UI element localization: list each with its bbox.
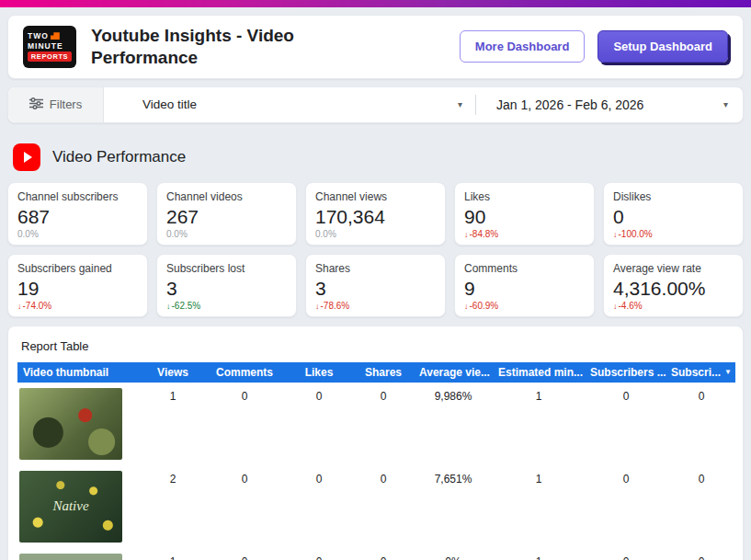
kpi-delta: -100.0% [619, 229, 653, 239]
kpi-delta: -4.6% [619, 301, 643, 311]
kpi-delta: -62.5% [172, 301, 201, 311]
col-subscribers-a[interactable]: Subscribers ... [585, 362, 667, 383]
chevron-down-icon[interactable]: ▾ [723, 99, 728, 109]
thumbnail-title-text: Native [52, 498, 88, 514]
kpi-subscribers-gained: Subscribers gained 19 -74.0% [7, 254, 148, 317]
kpi-delta: 0.0% [166, 229, 188, 239]
kpi-label: Comments [464, 262, 585, 275]
col-views[interactable]: Views [142, 362, 204, 383]
cell-average-view: 0% [414, 548, 493, 560]
cell-subscribers-b: 0 [667, 465, 735, 548]
col-average-view[interactable]: Average vie... [414, 362, 493, 383]
cell-estimated-min: 1 [493, 465, 585, 548]
kpi-label: Average view rate [613, 262, 734, 275]
kpi-value: 687 [17, 206, 138, 228]
cell-comments: 0 [204, 465, 285, 548]
kpi-channel-subscribers: Channel subscribers 687 0.0% [7, 182, 148, 246]
down-arrow-icon [464, 229, 469, 239]
chevron-down-icon[interactable]: ▾ [458, 99, 462, 109]
cell-subscribers-a: 0 [585, 465, 667, 548]
cell-subscribers-a: 0 [585, 548, 667, 560]
logo-text-top: TWO [28, 31, 49, 40]
kpi-label: Channel views [315, 190, 436, 203]
report-table: Video thumbnail Views Comments Likes Sha… [17, 362, 735, 560]
kpi-label: Shares [315, 262, 436, 275]
cell-estimated-min: 1 [493, 548, 585, 560]
kpi-value: 3 [166, 278, 287, 300]
report-table-title: Report Table [21, 339, 734, 353]
kpi-delta: -60.9% [470, 301, 499, 311]
cell-likes: 0 [285, 465, 353, 548]
down-arrow-icon [464, 301, 469, 311]
kpi-delta: 0.0% [17, 229, 39, 239]
report-table-card: Report Table Video thumbnail Views Comme… [7, 326, 744, 560]
kpi-label: Likes [464, 190, 585, 203]
cell-comments: 0 [204, 383, 285, 465]
filters-label: Filters [50, 97, 82, 111]
col-video-thumbnail[interactable]: Video thumbnail [17, 362, 142, 383]
kpi-dislikes: Dislikes 0 -100.0% [603, 182, 744, 246]
table-row: 1 0 0 0 0% 1 0 0 [17, 548, 735, 560]
kpi-label: Dislikes [613, 190, 734, 203]
kpi-delta: -84.8% [470, 229, 499, 239]
video-title-dropdown[interactable]: Video title ▾ [104, 87, 475, 122]
video-thumbnail[interactable] [19, 554, 122, 560]
setup-dashboard-button[interactable]: Setup Dashboard [597, 30, 728, 63]
col-shares[interactable]: Shares [353, 362, 414, 383]
filter-sliders-icon [29, 97, 43, 112]
filters-toggle[interactable]: Filters [8, 87, 104, 122]
kpi-grid: Channel subscribers 687 0.0% Channel vid… [7, 182, 744, 317]
more-dashboard-button[interactable]: More Dashboard [460, 30, 586, 63]
down-arrow-icon [613, 301, 618, 311]
col-subscribers-b[interactable]: Subscri... ▼ [667, 362, 735, 383]
col-comments[interactable]: Comments [204, 362, 285, 383]
cell-estimated-min: 1 [493, 383, 585, 465]
cell-views: 1 [142, 548, 204, 560]
video-thumbnail[interactable] [19, 388, 122, 460]
date-range-dropdown[interactable]: Jan 1, 2026 - Feb 6, 2026 ▾ [476, 87, 743, 122]
cell-likes: 0 [285, 383, 353, 465]
kpi-value: 3 [315, 278, 436, 300]
section-heading: Video Performance [13, 143, 744, 171]
cell-views: 2 [142, 465, 204, 548]
col-label: Subscri... [671, 366, 721, 379]
cell-average-view: 9,986% [414, 383, 493, 465]
cell-subscribers-a: 0 [585, 383, 667, 465]
cell-likes: 0 [285, 548, 353, 560]
two-minute-reports-logo: TWO MINUTE REPORTS [23, 26, 76, 68]
cell-shares: 0 [353, 465, 414, 548]
cell-shares: 0 [353, 383, 414, 465]
kpi-value: 9 [464, 278, 585, 300]
down-arrow-icon [166, 301, 171, 311]
kpi-value: 4,316.00% [613, 278, 734, 300]
logo-chart-icon [51, 32, 60, 40]
col-likes[interactable]: Likes [285, 362, 353, 383]
cell-subscribers-b: 0 [667, 548, 735, 560]
kpi-delta: 0.0% [315, 229, 336, 239]
kpi-shares: Shares 3 -78.6% [305, 254, 446, 317]
video-title-value: Video title [142, 97, 197, 111]
kpi-value: 170,364 [315, 206, 436, 228]
col-estimated-min[interactable]: Estimated min... [493, 362, 585, 383]
table-row: 1 0 0 0 9,986% 1 0 0 [17, 383, 735, 465]
date-range-value: Jan 1, 2026 - Feb 6, 2026 [496, 97, 643, 112]
kpi-channel-videos: Channel videos 267 0.0% [156, 182, 297, 246]
filters-bar: Filters Video title ▾ Jan 1, 2026 - Feb … [7, 86, 744, 123]
cell-average-view: 7,651% [414, 465, 493, 548]
kpi-label: Subscribers gained [17, 262, 138, 275]
kpi-subscribers-lost: Subscribers lost 3 -62.5% [156, 254, 297, 317]
kpi-likes: Likes 90 -84.8% [454, 182, 595, 246]
section-title: Video Performance [52, 148, 186, 166]
down-arrow-icon [315, 301, 320, 311]
kpi-channel-views: Channel views 170,364 0.0% [305, 182, 446, 246]
kpi-value: 267 [166, 206, 287, 228]
kpi-value: 0 [613, 206, 734, 228]
kpi-value: 19 [17, 278, 138, 300]
video-thumbnail[interactable]: Native [19, 471, 122, 543]
page-title: Youtube Insights - Video Performance [91, 25, 321, 69]
cell-subscribers-b: 0 [667, 383, 735, 465]
cell-comments: 0 [204, 548, 285, 560]
kpi-delta: -78.6% [321, 301, 350, 311]
sort-caret-icon[interactable]: ▼ [724, 368, 732, 376]
cell-views: 1 [142, 383, 204, 465]
